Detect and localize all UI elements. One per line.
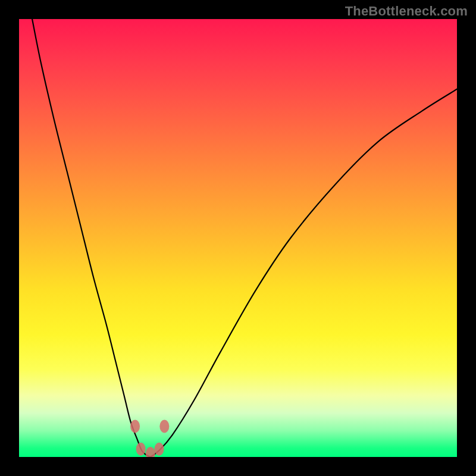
plot-area — [19, 19, 457, 457]
data-point-3 — [155, 443, 164, 456]
data-point-1 — [136, 443, 146, 456]
watermark-text: TheBottleneck.com — [345, 4, 468, 19]
data-point-4 — [159, 419, 169, 433]
curve-layer — [19, 19, 457, 457]
data-point-2 — [146, 447, 155, 457]
curve-right-branch — [151, 89, 457, 457]
chart-frame: TheBottleneck.com — [0, 0, 476, 476]
data-point-0 — [130, 419, 140, 433]
curve-left-branch — [32, 19, 151, 457]
bottleneck-curve — [32, 19, 457, 457]
